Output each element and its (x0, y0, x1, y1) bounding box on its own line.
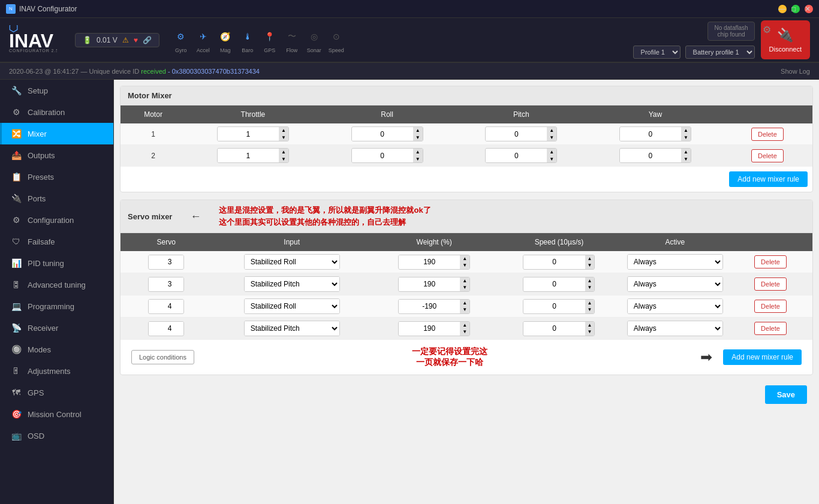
sensor-gps[interactable]: 📍 GPS (260, 27, 279, 53)
servo-3-weight-up[interactable]: ▲ (460, 300, 469, 307)
servo-3-weight-down[interactable]: ▼ (460, 306, 469, 313)
sensor-mag[interactable]: 🧭 Mag (216, 27, 235, 53)
servo-add-mixer-rule-button[interactable]: Add new mixer rule (723, 349, 802, 365)
servo-4-speed-down[interactable]: ▼ (585, 328, 595, 336)
sidebar-item-failsafe[interactable]: 🛡 Failsafe (0, 231, 113, 252)
motor-2-pitch-down[interactable]: ▼ (547, 156, 556, 163)
sidebar-item-presets[interactable]: 📋 Presets (0, 166, 113, 188)
servo-1-delete-button[interactable]: Delete (754, 255, 787, 268)
motor-1-delete-button[interactable]: Delete (751, 128, 784, 141)
servo-3-speed-down[interactable]: ▼ (585, 306, 595, 313)
servo-2-num-input[interactable] (149, 277, 184, 291)
motor-1-yaw-up[interactable]: ▲ (681, 127, 691, 134)
servo-1-weight-down[interactable]: ▼ (460, 262, 469, 269)
servo-2-weight-input[interactable] (399, 277, 460, 291)
sidebar-item-adjustments[interactable]: 🎚 Adjustments (0, 360, 113, 382)
servo-3-speed-up[interactable]: ▲ (585, 300, 595, 307)
servo-1-num-input[interactable] (149, 255, 184, 268)
motor-2-throttle-down[interactable]: ▼ (279, 156, 288, 163)
motor-1-pitch-input[interactable] (486, 128, 547, 141)
servo-4-num-input[interactable] (149, 322, 184, 335)
sidebar-item-calibration[interactable]: ⚙ Calibration (0, 101, 113, 123)
motor-1-yaw-input[interactable] (620, 128, 681, 141)
show-log-button[interactable]: Show Log (781, 68, 810, 75)
servo-4-input-select[interactable]: Stabilized Roll Stabilized Pitch Stabili… (245, 321, 339, 336)
motor-1-roll-up[interactable]: ▲ (413, 127, 423, 134)
servo-4-speed-up[interactable]: ▲ (585, 322, 595, 329)
sensor-speed[interactable]: ⊙ Speed (327, 27, 346, 53)
servo-2-weight-down[interactable]: ▼ (460, 284, 469, 291)
servo-4-weight-input[interactable] (399, 322, 460, 335)
minimize-button[interactable]: — (778, 5, 787, 13)
motor-2-yaw-up[interactable]: ▲ (681, 149, 691, 156)
sidebar-item-ports[interactable]: 🔌 Ports (0, 188, 113, 209)
maximize-button[interactable]: □ (791, 5, 800, 13)
close-button[interactable]: ✕ (805, 5, 813, 13)
motor-1-throttle-down[interactable]: ▼ (279, 134, 288, 141)
motor-2-pitch-up[interactable]: ▲ (547, 149, 556, 156)
motor-2-roll-down[interactable]: ▼ (413, 156, 423, 163)
motor-1-throttle-input[interactable] (218, 128, 279, 141)
settings-gear-icon[interactable]: ⚙ (763, 24, 771, 35)
sidebar-item-mission-control[interactable]: 🎯 Mission Control (0, 403, 113, 425)
servo-2-speed-up[interactable]: ▲ (585, 277, 595, 285)
servo-3-num-input[interactable] (149, 300, 184, 313)
sidebar-item-osd[interactable]: 📺 OSD (0, 425, 113, 446)
save-button[interactable]: Save (765, 385, 807, 404)
sidebar-item-programming[interactable]: 💻 Programming (0, 295, 113, 317)
sidebar-item-outputs[interactable]: 📤 Outputs (0, 144, 113, 166)
sidebar-item-modes[interactable]: 🔘 Modes (0, 339, 113, 360)
motor-1-roll-input[interactable] (352, 128, 413, 141)
motor-2-roll-up[interactable]: ▲ (413, 149, 423, 156)
sensor-sonar[interactable]: ◎ Sonar (305, 27, 324, 53)
servo-1-weight-input[interactable] (399, 255, 460, 268)
motor-2-pitch-input[interactable] (486, 149, 547, 162)
motor-add-mixer-rule-button[interactable]: Add new mixer rule (729, 171, 808, 187)
sidebar-item-receiver[interactable]: 📡 Receiver (0, 317, 113, 339)
servo-2-speed-down[interactable]: ▼ (585, 284, 595, 291)
motor-2-yaw-input[interactable] (620, 149, 681, 162)
servo-2-active-select[interactable]: Always (628, 277, 722, 291)
sidebar-item-mixer[interactable]: 🔀 Mixer (0, 123, 113, 144)
motor-2-delete-button[interactable]: Delete (751, 149, 784, 162)
servo-3-input-select[interactable]: Stabilized Roll Stabilized Pitch Stabili… (245, 299, 339, 313)
servo-4-speed-input[interactable] (523, 322, 585, 335)
battery-profile-select[interactable]: Battery profile 1 Battery profile 2 (685, 46, 755, 59)
servo-3-delete-button[interactable]: Delete (754, 300, 787, 313)
motor-2-roll-input[interactable] (352, 149, 413, 162)
motor-2-yaw-down[interactable]: ▼ (681, 156, 691, 163)
sidebar-item-configuration[interactable]: ⚙ Configuration (0, 209, 113, 231)
sidebar-item-advanced-tuning[interactable]: 🎛 Advanced tuning (0, 274, 113, 295)
servo-4-weight-down[interactable]: ▼ (460, 328, 469, 336)
servo-1-speed-down[interactable]: ▼ (585, 262, 595, 269)
sensor-accel[interactable]: ✈ Accel (194, 27, 213, 53)
sidebar-item-setup[interactable]: 🔧 Setup (0, 80, 113, 101)
motor-2-throttle-input[interactable] (218, 149, 279, 162)
servo-1-input-select[interactable]: Stabilized Roll Stabilized Pitch Stabili… (245, 255, 339, 269)
motor-1-pitch-down[interactable]: ▼ (547, 134, 556, 141)
logic-conditions-button[interactable]: Logic conditions (131, 350, 194, 364)
motor-1-pitch-up[interactable]: ▲ (547, 127, 556, 134)
servo-1-active-select[interactable]: Always (628, 255, 722, 269)
servo-2-input-select[interactable]: Stabilized Roll Stabilized Pitch Stabili… (245, 277, 339, 291)
sensor-flow[interactable]: 〜 Flow (282, 27, 302, 53)
servo-1-speed-input[interactable] (523, 255, 585, 268)
servo-2-weight-up[interactable]: ▲ (460, 277, 469, 285)
servo-2-delete-button[interactable]: Delete (754, 277, 787, 291)
servo-3-active-select[interactable]: Always (628, 299, 722, 313)
servo-3-speed-input[interactable] (523, 300, 585, 313)
servo-1-speed-up[interactable]: ▲ (585, 255, 595, 262)
servo-1-weight-up[interactable]: ▲ (460, 255, 469, 262)
motor-1-yaw-down[interactable]: ▼ (681, 134, 691, 141)
servo-4-delete-button[interactable]: Delete (754, 322, 787, 335)
sensor-baro[interactable]: 🌡 Baro (238, 27, 257, 53)
servo-2-speed-input[interactable] (523, 277, 585, 291)
servo-4-weight-up[interactable]: ▲ (460, 322, 469, 329)
motor-1-throttle-up[interactable]: ▲ (279, 127, 288, 134)
servo-4-active-select[interactable]: Always (628, 321, 722, 336)
sidebar-item-pid-tuning[interactable]: 📊 PID tuning (0, 252, 113, 274)
servo-3-weight-input[interactable] (399, 300, 460, 313)
motor-1-roll-down[interactable]: ▼ (413, 134, 423, 141)
sidebar-item-gps[interactable]: 🗺 GPS (0, 382, 113, 403)
profile-select[interactable]: Profile 1 Profile 2 Profile 3 (633, 46, 681, 59)
